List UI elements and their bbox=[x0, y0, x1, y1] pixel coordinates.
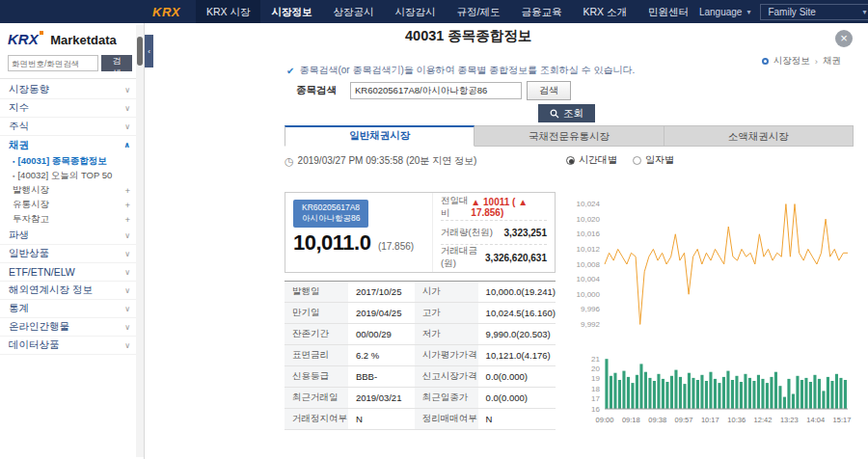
sidebar-item-overseas-linked[interactable]: 해외연계시장 정보 ∨ bbox=[0, 282, 144, 300]
sidebar-item-bond[interactable]: 채권 ∧ bbox=[0, 136, 144, 154]
topnav-item-market-surveillance[interactable]: 시장감시 bbox=[384, 0, 446, 23]
sidebar-item-data-products[interactable]: 데이터상품 ∨ bbox=[0, 337, 144, 355]
table-row: 만기일 2019/04/25 고가 10,024.5(16.160) bbox=[285, 303, 556, 324]
sidebar-item-publications[interactable]: 온라인간행물 ∨ bbox=[0, 318, 144, 337]
topnav-item-krx-intro[interactable]: KRX 소개 bbox=[572, 0, 637, 23]
detail-label: 표면금리 bbox=[285, 345, 348, 366]
chevron-down-icon: ▾ bbox=[862, 8, 866, 16]
detail-label: 저가 bbox=[415, 324, 478, 345]
sidebar-item-label: 투자참고 bbox=[13, 213, 49, 226]
topnav-item-regulation[interactable]: 규정/제도 bbox=[446, 0, 510, 23]
detail-value: 2017/10/25 bbox=[348, 282, 415, 303]
amount-value: 3,326,620,631 bbox=[485, 253, 547, 263]
detail-value: 0.0(0.000) bbox=[478, 388, 556, 409]
breadcrumb-page: 채권 bbox=[823, 55, 841, 68]
radio-icon bbox=[633, 156, 641, 165]
marketdata-logo[interactable]: KRX Marketdata bbox=[0, 23, 144, 53]
check-icon: ✔ bbox=[286, 66, 294, 76]
detail-value: 10,024.5(16.160) bbox=[478, 303, 556, 324]
detail-value: 00/00/29 bbox=[348, 324, 415, 345]
tab-general-bond-market[interactable]: 일반채권시장 bbox=[285, 125, 475, 147]
sidebar-item-issue-market[interactable]: 발행시장 + bbox=[0, 183, 144, 198]
chevron-down-icon: ∨ bbox=[124, 305, 130, 313]
detail-value: N bbox=[478, 409, 556, 430]
svg-text:09:57: 09:57 bbox=[675, 416, 693, 424]
detail-label: 최근일종가 bbox=[415, 388, 478, 409]
amount-label: 거래대금(원) bbox=[441, 245, 485, 270]
sidebar-item-etf-etn-elw[interactable]: ETF/ETN/ELW ∨ bbox=[0, 263, 144, 282]
family-site-dropdown[interactable]: Family Site ▾ bbox=[760, 4, 868, 20]
sidebar-item-trading-market[interactable]: 유통시장 + bbox=[0, 198, 144, 212]
detail-label: 만기일 bbox=[285, 303, 348, 324]
sidebar-collapse-handle[interactable]: ‹ bbox=[145, 35, 153, 68]
detail-label: 시가평가가격 bbox=[415, 345, 478, 366]
sidebar-item-label: 유통시장 bbox=[13, 199, 49, 211]
change-value: ▲ 10011 ( ▲ 17.856) bbox=[471, 197, 547, 218]
timestamp-text: 2019/03/27 PM 09:35:58 (20분 지연 정보) bbox=[298, 154, 477, 168]
chevron-down-icon: ∨ bbox=[124, 268, 130, 277]
svg-text:10:17: 10:17 bbox=[701, 416, 719, 424]
breadcrumb-section[interactable]: 시장정보 bbox=[773, 55, 810, 68]
chart-area: 9,9929,99610,00010,00410,00810,01210,016… bbox=[564, 181, 854, 436]
topbar-right: Language ▾ Family Site ▾ bbox=[699, 0, 868, 23]
plus-icon: + bbox=[124, 185, 130, 196]
detail-value: 2019/03/21 bbox=[348, 388, 415, 409]
chevron-down-icon: ∨ bbox=[124, 250, 130, 258]
sidebar-item-stock[interactable]: 주식 ∨ bbox=[0, 118, 144, 136]
sidebar-item-label: 일반상품 bbox=[9, 247, 49, 260]
detail-label: 시가 bbox=[415, 282, 478, 303]
sidebar-item-40032[interactable]: ▪ [40032] 오늘의 TOP 50 bbox=[0, 169, 144, 183]
sidebar-item-derivatives[interactable]: 파생 ∨ bbox=[0, 227, 144, 245]
chevron-down-icon: ∨ bbox=[124, 286, 130, 295]
sidebar: KRX Marketdata 검색 시장동향 ∨ 지수 ∨ 주식 ∨ 채권 ∧ bbox=[0, 23, 145, 459]
table-row: 잔존기간 00/00/29 저가 9,990.0(20.503) bbox=[285, 324, 556, 345]
language-dropdown[interactable]: Language ▾ bbox=[699, 7, 751, 17]
screen-search-button[interactable]: 검색 bbox=[101, 55, 132, 71]
topnav-item-market-info[interactable]: 시장정보 bbox=[260, 0, 322, 23]
bond-isin: KR60205617A8 bbox=[302, 202, 360, 213]
volume-value: 3,323,251 bbox=[504, 228, 548, 238]
sidebar-item-40031[interactable]: ▪ [40031] 종목종합정보 bbox=[0, 154, 144, 169]
topnav-item-listing-disclosure[interactable]: 상장공시 bbox=[322, 0, 384, 23]
detail-label: 잔존기간 bbox=[285, 324, 348, 345]
svg-text:10,016: 10,016 bbox=[577, 230, 601, 238]
query-button[interactable]: 조회 bbox=[538, 104, 595, 122]
sidebar-item-general-products[interactable]: 일반상품 ∨ bbox=[0, 245, 144, 263]
close-button[interactable]: × bbox=[835, 30, 853, 47]
topnav-item-krx-market[interactable]: KRX 시장 bbox=[196, 0, 261, 23]
krx-logo[interactable]: KRX bbox=[152, 5, 180, 19]
home-icon bbox=[762, 58, 769, 65]
tab-ktb-market[interactable]: 국채전문유통시장 bbox=[475, 125, 664, 147]
detail-value: 6.2 % bbox=[348, 345, 415, 366]
sidebar-scrollbar[interactable] bbox=[136, 25, 144, 457]
screen-search: 검색 bbox=[0, 53, 144, 79]
table-row: 표면금리 6.2 % 시가평가가격 10,121.0(4.176) bbox=[285, 345, 556, 366]
sidebar-item-index[interactable]: 지수 ∨ bbox=[0, 99, 144, 118]
family-site-label: Family Site bbox=[768, 7, 815, 17]
sidebar-item-invest-reference[interactable]: 투자참고 + bbox=[0, 212, 144, 227]
item-search-button[interactable]: 검색 bbox=[527, 81, 571, 100]
topnav-item-civil-service[interactable]: 민원센터 bbox=[637, 0, 699, 23]
tab-small-bond-market[interactable]: 소액채권시장 bbox=[665, 125, 854, 147]
sidebar-item-statistics[interactable]: 통계 ∨ bbox=[0, 300, 144, 318]
sidebar-item-label: 시장동향 bbox=[9, 83, 49, 96]
svg-text:09:00: 09:00 bbox=[596, 416, 614, 424]
bond-code-badge: KR60205617A8 아시아나항공86 bbox=[293, 200, 368, 228]
table-row: 신용등급 BBB- 신고시장가격 0.0(0.000) bbox=[285, 366, 556, 388]
detail-value: 10,000.0(19.241) bbox=[478, 282, 556, 303]
bond-details-table: 발행일 2017/10/25 시가 10,000.0(19.241) 만기일 2… bbox=[285, 281, 556, 430]
logo-marketdata-text: Marketdata bbox=[50, 33, 117, 47]
radio-by-time[interactable]: 시간대별 bbox=[566, 153, 617, 167]
sidebar-item-market-trend[interactable]: 시장동향 ∨ bbox=[0, 81, 144, 99]
sidebar-item-label: [40032] 오늘의 TOP 50 bbox=[17, 170, 112, 182]
screen-search-input[interactable] bbox=[8, 55, 98, 71]
volume-label: 거래량(천원) bbox=[441, 227, 493, 239]
detail-value: 10,121.0(4.176) bbox=[478, 345, 556, 366]
item-search-input[interactable] bbox=[350, 82, 522, 99]
detail-value: BBB- bbox=[348, 366, 415, 388]
topnav-item-financial-education[interactable]: 금융교육 bbox=[510, 0, 572, 23]
svg-text:10:36: 10:36 bbox=[727, 416, 746, 424]
radio-by-date[interactable]: 일자별 bbox=[633, 153, 674, 167]
change-label: 전일대비 bbox=[441, 195, 471, 220]
scrollbar-thumb[interactable] bbox=[137, 37, 143, 66]
